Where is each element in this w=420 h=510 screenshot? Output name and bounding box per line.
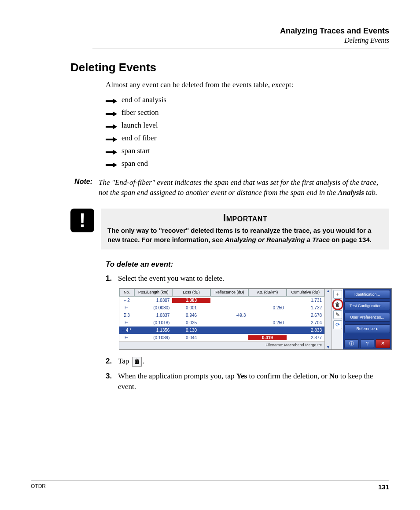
- procedure-title: To delete an event:: [106, 260, 389, 269]
- list-item: launch level: [122, 121, 158, 130]
- chapter-title: Analyzing Traces and Events: [92, 26, 389, 36]
- note-body: The "End-of-fiber" event indicates the s…: [99, 178, 389, 198]
- arrow-icon: [106, 161, 117, 166]
- step-number: 2.: [106, 356, 118, 367]
- svg-marker-1: [106, 111, 117, 117]
- procedure-step: 2. Tap 🗑.: [106, 356, 389, 367]
- step-text: When the application prompts you, tap Ye…: [118, 371, 389, 392]
- table-row[interactable]: ⊢(0.1039)0.0440.4192.877: [119, 334, 324, 341]
- table-footer: Filename: Macrobend Merge.trc: [119, 341, 324, 349]
- col-header[interactable]: Reflectance (dB): [210, 289, 248, 297]
- table-row[interactable]: ⊢(0.0030)0.0010.2501.732: [119, 304, 324, 312]
- svg-marker-4: [106, 150, 117, 155]
- important-text: The only way to "recover" deleted items …: [107, 226, 383, 244]
- help-icon[interactable]: ?: [360, 339, 375, 348]
- svg-marker-5: [106, 162, 117, 168]
- reference-button[interactable]: Reference ▸: [344, 324, 390, 333]
- important-callout: ! Important The only way to "recover" de…: [70, 209, 389, 249]
- svg-marker-0: [106, 99, 117, 104]
- arrow-icon: [106, 97, 117, 103]
- list-item: span end: [122, 159, 148, 168]
- col-header[interactable]: Cumulative (dB): [287, 289, 324, 297]
- side-panel: Identification... Test Configuration... …: [343, 289, 391, 349]
- step-number: 3.: [106, 371, 118, 392]
- table-row[interactable]: ⌐4 *1.13560.1302.833: [119, 327, 324, 334]
- arrow-icon: [106, 136, 117, 141]
- identification-button[interactable]: Identification...: [344, 290, 390, 299]
- page-footer: OTDR 131: [31, 480, 389, 491]
- arrow-icon: [106, 123, 117, 128]
- step-text: Tap 🗑.: [118, 356, 389, 367]
- procedure-step: 1. Select the event you want to delete.: [106, 273, 389, 284]
- list-item: fiber section: [122, 108, 159, 117]
- trash-icon: 🗑: [335, 301, 340, 308]
- intro-paragraph: Almost any event can be deleted from the…: [106, 81, 389, 89]
- scroll-up-icon[interactable]: ▲: [326, 289, 330, 293]
- user-preferences-button[interactable]: User Preferences...: [344, 313, 390, 322]
- arrow-icon: [106, 148, 117, 154]
- note-label: Note:: [74, 178, 99, 198]
- page-number: 131: [378, 483, 389, 491]
- procedure-step: 3. When the application prompts you, tap…: [106, 371, 389, 392]
- svg-marker-3: [106, 137, 117, 142]
- col-header[interactable]: Pos./Length (km): [134, 289, 172, 297]
- list-item: end of analysis: [122, 95, 166, 104]
- table-row[interactable]: ⌐21.03071.3831.731: [119, 297, 324, 304]
- arrow-icon: [106, 110, 117, 115]
- add-event-button[interactable]: ＋: [333, 290, 342, 299]
- exception-list: end of analysis fiber section launch lev…: [106, 95, 389, 168]
- table-row[interactable]: Σ31.03370.946-49.32.678: [119, 312, 324, 319]
- col-header[interactable]: Att. (dB/km): [248, 289, 286, 297]
- list-item: span start: [122, 147, 150, 155]
- section-heading: Deleting Events: [70, 61, 389, 74]
- section-subtitle: Deleting Events: [92, 37, 389, 44]
- trash-icon: 🗑: [132, 357, 142, 367]
- edit-event-button[interactable]: ✎: [333, 310, 342, 319]
- toolbar-column: ＋ 🗑 ✎ ⟳: [332, 289, 343, 349]
- table-row[interactable]: ⊢(0.1018)0.0250.2502.704: [119, 319, 324, 327]
- refresh-button[interactable]: ⟳: [333, 320, 342, 329]
- important-title: Important: [107, 212, 383, 224]
- svg-marker-2: [106, 124, 117, 129]
- scrollbar[interactable]: ▲ ▼: [324, 289, 332, 349]
- delete-event-button[interactable]: 🗑: [333, 300, 342, 309]
- exclamation-icon: !: [70, 209, 94, 232]
- note-block: Note: The "End-of-fiber" event indicates…: [74, 178, 389, 198]
- page-header: Analyzing Traces and Events Deleting Eve…: [92, 26, 389, 48]
- events-table-screenshot: No. Pos./Length (km) Loss (dB) Reflectan…: [119, 288, 392, 350]
- table-header-row: No. Pos./Length (km) Loss (dB) Reflectan…: [119, 289, 324, 297]
- scroll-down-icon[interactable]: ▼: [326, 345, 330, 349]
- step-text: Select the event you want to delete.: [118, 273, 389, 284]
- test-configuration-button[interactable]: Test Configuration...: [344, 301, 390, 310]
- list-item: end of fiber: [122, 134, 156, 143]
- col-header[interactable]: Loss (dB): [172, 289, 210, 297]
- col-header[interactable]: No.: [119, 289, 134, 297]
- step-number: 1.: [106, 273, 118, 284]
- close-icon[interactable]: ✕: [376, 339, 390, 348]
- info-icon[interactable]: ⓘ: [344, 339, 359, 348]
- footer-product: OTDR: [31, 483, 46, 491]
